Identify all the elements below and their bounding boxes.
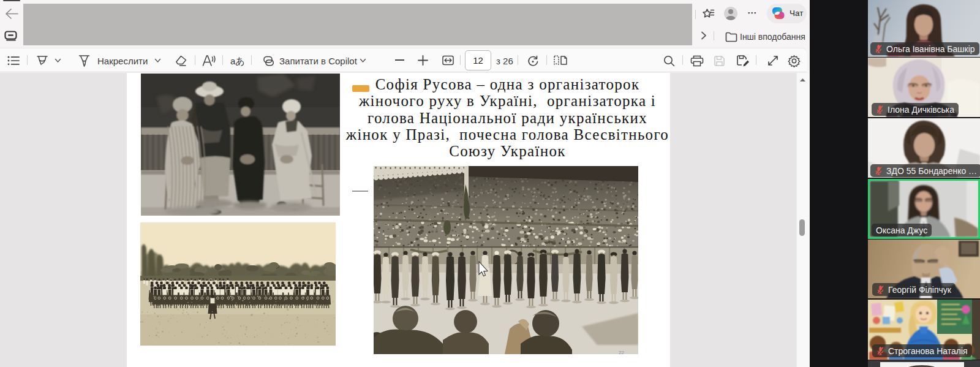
svg-text:22: 22 (619, 350, 624, 354)
